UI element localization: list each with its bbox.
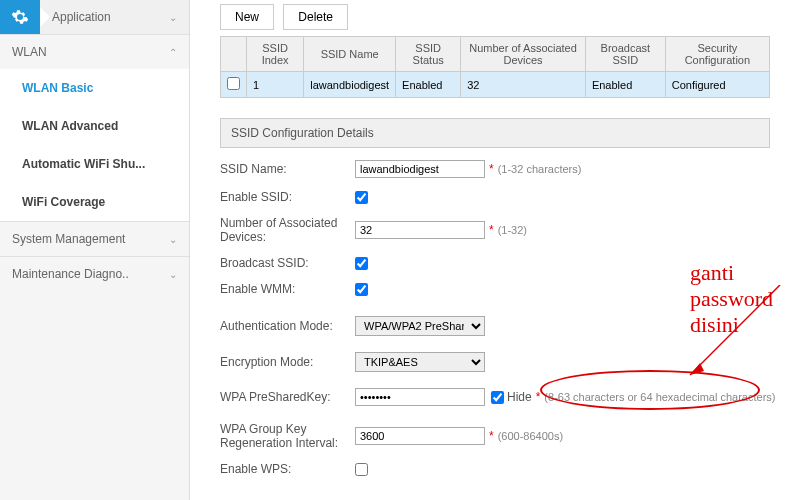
sidebar-application[interactable]: Application ⌄ xyxy=(40,0,189,34)
nav-maint-header[interactable]: Maintenance Diagno.. ⌄ xyxy=(0,257,189,291)
th-broadcast: Broadcast SSID xyxy=(585,37,665,72)
ssid-name-input[interactable] xyxy=(355,160,485,178)
cell-security: Configured xyxy=(665,72,769,98)
cell-status: Enabled xyxy=(396,72,461,98)
cell-name: lawandbiodigest xyxy=(304,72,396,98)
chevron-up-icon: ⌃ xyxy=(169,47,177,58)
num-dev-hint: (1-32) xyxy=(498,224,527,236)
hide-checkbox[interactable] xyxy=(491,391,504,404)
ssid-form: SSID Name: * (1-32 characters) Enable SS… xyxy=(220,154,780,482)
main-content: New Delete SSID Index SSID Name SSID Sta… xyxy=(190,0,800,500)
sidebar-item-wlan-basic[interactable]: WLAN Basic xyxy=(0,69,189,107)
broadcast-label: Broadcast SSID: xyxy=(220,256,355,270)
table-row[interactable]: 1 lawandbiodigest Enabled 32 Enabled Con… xyxy=(221,72,770,98)
num-dev-label: Number of Associated Devices: xyxy=(220,216,355,244)
th-name: SSID Name xyxy=(304,37,396,72)
nav-wlan-items: WLAN Basic WLAN Advanced Automatic WiFi … xyxy=(0,69,189,221)
enable-ssid-label: Enable SSID: xyxy=(220,190,355,204)
nav-maint-section: Maintenance Diagno.. ⌄ xyxy=(0,256,189,291)
wmm-label: Enable WMM: xyxy=(220,282,355,296)
gear-tab[interactable] xyxy=(0,0,40,34)
enable-ssid-checkbox[interactable] xyxy=(355,191,368,204)
gear-icon xyxy=(11,8,29,26)
nav-wlan-section: WLAN ⌃ WLAN Basic WLAN Advanced Automati… xyxy=(0,34,189,221)
chevron-down-icon: ⌄ xyxy=(169,269,177,280)
application-label: Application xyxy=(52,10,111,24)
row-group-key: WPA Group Key Regeneration Interval: *(6… xyxy=(220,412,780,456)
ssid-name-label: SSID Name: xyxy=(220,162,355,176)
enc-select[interactable]: TKIP&AES xyxy=(355,352,485,372)
required-star: * xyxy=(489,162,494,176)
row-wmm: Enable WMM: xyxy=(220,276,780,302)
sysmgmt-label: System Management xyxy=(12,232,125,246)
row-num-devices: Number of Associated Devices: * (1-32) xyxy=(220,210,780,250)
chevron-down-icon: ⌄ xyxy=(169,12,177,23)
row-enable-ssid: Enable SSID: xyxy=(220,184,780,210)
sidebar-top-row: Application ⌄ xyxy=(0,0,189,34)
cell-devices: 32 xyxy=(461,72,586,98)
ssid-table: SSID Index SSID Name SSID Status Number … xyxy=(220,36,770,98)
nav-sysmgmt-section: System Management ⌄ xyxy=(0,221,189,256)
psk-hint: (8-63 characters or 64 hexadecimal chara… xyxy=(544,391,775,403)
group-input[interactable] xyxy=(355,427,485,445)
group-hint: (600-86400s) xyxy=(498,430,563,442)
auth-select[interactable]: WPA/WPA2 PreSharedKey xyxy=(355,316,485,336)
required-star: * xyxy=(489,223,494,237)
row-enc: Encryption Mode: TKIP&AES xyxy=(220,342,780,378)
table-header-row: SSID Index SSID Name SSID Status Number … xyxy=(221,37,770,72)
th-status: SSID Status xyxy=(396,37,461,72)
auth-label: Authentication Mode: xyxy=(220,319,355,333)
ssid-name-hint: (1-32 characters) xyxy=(498,163,582,175)
hide-wrap: Hide xyxy=(491,390,532,404)
delete-button[interactable]: Delete xyxy=(283,4,348,30)
wlan-label: WLAN xyxy=(12,45,47,59)
row-checkbox-cell xyxy=(221,72,247,98)
enc-label: Encryption Mode: xyxy=(220,355,355,369)
wmm-checkbox[interactable] xyxy=(355,283,368,296)
wps-label: Enable WPS: xyxy=(220,462,355,476)
wps-checkbox[interactable] xyxy=(355,463,368,476)
th-security: Security Configuration xyxy=(665,37,769,72)
nav-wlan-header[interactable]: WLAN ⌃ xyxy=(0,35,189,69)
sidebar: Application ⌄ WLAN ⌃ WLAN Basic WLAN Adv… xyxy=(0,0,190,500)
sidebar-item-wlan-advanced[interactable]: WLAN Advanced xyxy=(0,107,189,145)
sidebar-item-wifi-coverage[interactable]: WiFi Coverage xyxy=(0,183,189,221)
hide-label: Hide xyxy=(507,390,532,404)
sidebar-item-auto-wifi[interactable]: Automatic WiFi Shu... xyxy=(0,145,189,183)
required-star: * xyxy=(489,429,494,443)
new-button[interactable]: New xyxy=(220,4,274,30)
checkbox-header xyxy=(221,37,247,72)
maint-label: Maintenance Diagno.. xyxy=(12,267,129,281)
row-checkbox[interactable] xyxy=(227,77,240,90)
cell-index: 1 xyxy=(247,72,304,98)
psk-input[interactable] xyxy=(355,388,485,406)
required-star: * xyxy=(536,390,541,404)
row-psk: WPA PreSharedKey: Hide * (8-63 character… xyxy=(220,378,780,412)
group-label: WPA Group Key Regeneration Interval: xyxy=(220,422,355,450)
row-wps: Enable WPS: xyxy=(220,456,780,482)
num-dev-input[interactable] xyxy=(355,221,485,239)
row-broadcast: Broadcast SSID: xyxy=(220,250,780,276)
section-title: SSID Configuration Details xyxy=(220,118,770,148)
row-ssid-name: SSID Name: * (1-32 characters) xyxy=(220,154,780,184)
chevron-down-icon: ⌄ xyxy=(169,234,177,245)
button-row: New Delete xyxy=(220,4,800,30)
th-index: SSID Index xyxy=(247,37,304,72)
cell-broadcast: Enabled xyxy=(585,72,665,98)
nav-sysmgmt-header[interactable]: System Management ⌄ xyxy=(0,222,189,256)
psk-label: WPA PreSharedKey: xyxy=(220,390,355,404)
th-devices: Number of Associated Devices xyxy=(461,37,586,72)
row-auth: Authentication Mode: WPA/WPA2 PreSharedK… xyxy=(220,302,780,342)
broadcast-checkbox[interactable] xyxy=(355,257,368,270)
